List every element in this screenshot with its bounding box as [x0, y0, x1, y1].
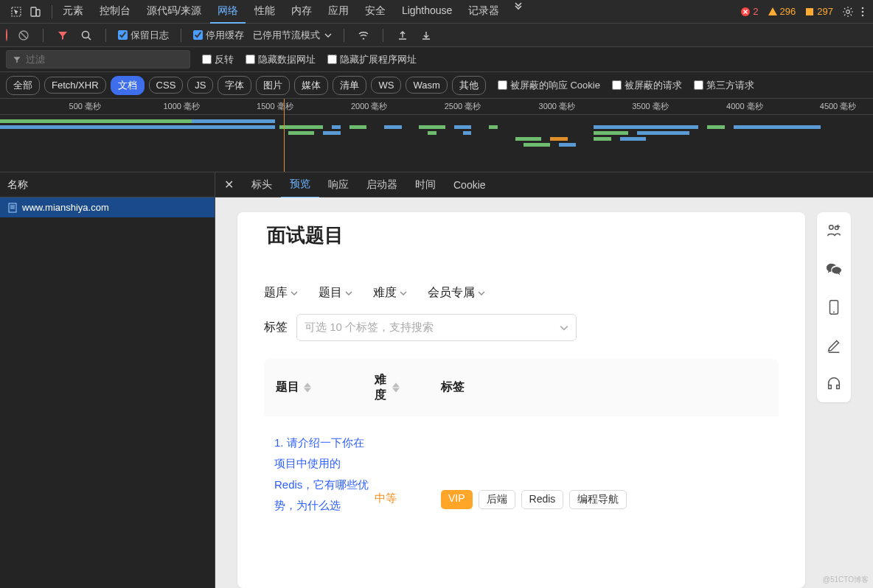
tab-performance[interactable]: 性能 [247, 0, 282, 24]
page-side-tools [817, 212, 851, 402]
tag-badge[interactable]: 后端 [479, 490, 515, 509]
tab-memory[interactable]: 内存 [284, 0, 319, 24]
wifi-icon[interactable] [356, 28, 371, 43]
devtools-tabbar: 元素 控制台 源代码/来源 网络 性能 内存 应用 安全 Lighthouse … [0, 0, 873, 24]
chip-fetch[interactable]: Fetch/XHR [44, 77, 106, 94]
tab-security[interactable]: 安全 [358, 0, 393, 24]
filter-bank[interactable]: 题库 [264, 285, 298, 301]
hide-data-check[interactable]: 隐藏数据网址 [246, 53, 316, 66]
tag-badge[interactable]: Redis [521, 490, 564, 509]
blocked-cookie-check[interactable]: 被屏蔽的响应 Cookie [498, 79, 600, 92]
difficulty-value: 中等 [375, 433, 434, 505]
chip-ws[interactable]: WS [371, 77, 401, 94]
request-list: 名称 www.mianshiya.com [0, 172, 215, 588]
status-area: 2 296 297 [733, 6, 841, 17]
svg-rect-1 [31, 7, 36, 16]
tab-elements[interactable]: 元素 [55, 0, 91, 24]
panel-tabs: 元素 控制台 源代码/来源 网络 性能 内存 应用 安全 Lighthouse … [55, 0, 733, 24]
tag-badge[interactable]: 编程导航 [569, 490, 627, 509]
record-button[interactable] [6, 29, 7, 41]
question-link[interactable]: 1. 请介绍一下你在项目中使用的 Redis，它有哪些优势，为什么选 [264, 433, 375, 517]
svg-point-15 [829, 225, 834, 230]
download-icon[interactable] [419, 28, 434, 43]
svg-point-5 [846, 10, 850, 13]
close-icon[interactable]: ✕ [215, 178, 243, 192]
issue-count[interactable]: 297 [804, 6, 833, 17]
col-difficulty[interactable]: 难度 [375, 372, 434, 403]
col-title[interactable]: 题目 [264, 372, 375, 403]
tab-application[interactable]: 应用 [321, 0, 356, 24]
request-row[interactable]: www.mianshiya.com [0, 197, 215, 217]
filter-icon[interactable] [55, 28, 70, 43]
tab-lighthouse[interactable]: Lighthouse [394, 0, 460, 24]
tab-recorder[interactable]: 记录器 [461, 0, 507, 24]
chip-font[interactable]: 字体 [218, 76, 251, 95]
clear-icon[interactable] [16, 28, 31, 43]
upload-icon[interactable] [395, 28, 410, 43]
tab-response[interactable]: 响应 [319, 172, 358, 197]
chip-js[interactable]: JS [187, 77, 213, 94]
chip-css[interactable]: CSS [149, 77, 184, 94]
filter-input[interactable] [6, 50, 190, 69]
svg-point-8 [862, 14, 864, 16]
preserve-log-check[interactable]: 保留日志 [118, 29, 169, 42]
request-name: www.mianshiya.com [22, 202, 109, 213]
edit-icon[interactable] [826, 337, 842, 354]
chip-manifest[interactable]: 清单 [333, 76, 366, 95]
tag-select[interactable]: 可选 10 个标签，支持搜索 [296, 314, 577, 341]
tab-sources[interactable]: 源代码/来源 [139, 0, 209, 24]
chip-media[interactable]: 媒体 [294, 76, 328, 95]
col-tags: 标签 [434, 372, 493, 403]
chip-doc[interactable]: 文档 [111, 76, 145, 95]
chip-other[interactable]: 其他 [452, 76, 486, 95]
filter-card: 题库 题目 难度 会员专属 标签 可选 10 个标签，支持搜索 题目 [237, 265, 805, 517]
timeline-overview[interactable]: 500 毫秒 1000 毫秒 1500 毫秒 2000 毫秒 2500 毫秒 3… [0, 99, 873, 172]
tab-timing[interactable]: 时间 [406, 172, 445, 197]
svg-rect-11 [9, 203, 16, 212]
tab-cookies[interactable]: Cookie [445, 173, 495, 197]
tab-preview[interactable]: 预览 [281, 172, 319, 198]
divider [344, 29, 344, 42]
settings-icon[interactable] [841, 4, 855, 19]
throttling-select[interactable]: 已停用节流模式 [253, 29, 332, 42]
group-icon[interactable] [826, 223, 842, 239]
chevron-down-icon [560, 323, 568, 332]
disable-cache-check[interactable]: 停用缓存 [193, 29, 244, 42]
detail-tabs: ✕ 标头 预览 响应 启动器 时间 Cookie [215, 172, 873, 197]
name-column-header[interactable]: 名称 [0, 172, 215, 197]
tags-cell: VIP 后端 Redis 编程导航 [434, 433, 779, 509]
kebab-icon[interactable] [855, 4, 870, 19]
divider [105, 29, 106, 42]
chip-wasm[interactable]: Wasm [406, 77, 447, 94]
hide-ext-check[interactable]: 隐藏扩展程序网址 [327, 53, 417, 66]
chip-all[interactable]: 全部 [6, 76, 40, 95]
device-icon[interactable] [28, 4, 43, 19]
inspect-icon[interactable] [9, 4, 24, 19]
svg-point-7 [862, 10, 864, 13]
wechat-icon[interactable] [826, 261, 842, 277]
divider [181, 29, 181, 42]
search-icon[interactable] [79, 28, 94, 43]
invert-check[interactable]: 反转 [202, 53, 234, 66]
filter-difficulty[interactable]: 难度 [373, 285, 407, 301]
svg-point-10 [83, 31, 89, 38]
tab-console[interactable]: 控制台 [92, 0, 138, 24]
tab-initiator[interactable]: 启动器 [358, 172, 406, 197]
tab-headers[interactable]: 标头 [243, 172, 281, 197]
headphones-icon[interactable] [826, 376, 842, 392]
tab-network[interactable]: 网络 [210, 0, 246, 24]
timeline-ruler: 500 毫秒 1000 毫秒 1500 毫秒 2000 毫秒 2500 毫秒 3… [0, 99, 873, 115]
preview-pane: 面试题目 题库 题目 难度 会员专属 标签 可选 10 个标签，支持搜索 [215, 197, 873, 588]
third-party-check[interactable]: 第三方请求 [694, 79, 754, 92]
filter-question[interactable]: 题目 [319, 285, 352, 301]
warning-count[interactable]: 296 [768, 6, 796, 17]
blocked-req-check[interactable]: 被屏蔽的请求 [612, 79, 682, 92]
filter-member[interactable]: 会员专属 [428, 285, 485, 301]
svg-rect-4 [806, 8, 813, 15]
tag-label: 标签 [264, 320, 288, 335]
more-tabs-icon[interactable] [511, 0, 526, 15]
svg-rect-2 [36, 10, 40, 16]
mobile-icon[interactable] [826, 299, 842, 315]
error-count[interactable]: 2 [740, 6, 758, 17]
chip-img[interactable]: 图片 [256, 76, 290, 95]
